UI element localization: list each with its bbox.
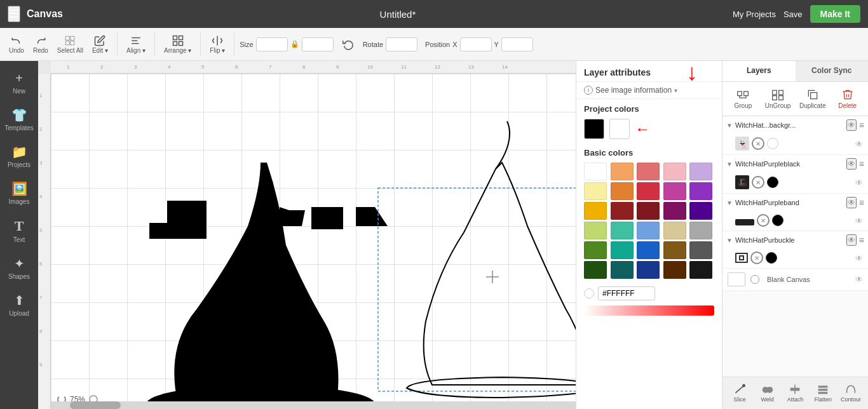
layer-band-visibility-button[interactable]: 👁: [846, 197, 857, 208]
image-info-row[interactable]: i See image information ▾: [576, 82, 722, 99]
sub-eye-icon[interactable]: 👁: [855, 138, 863, 149]
y-input[interactable]: [501, 37, 533, 51]
svg-rect-18: [738, 91, 742, 96]
slice-button[interactable]: Slice: [726, 381, 753, 405]
upload-icon: ⬆: [14, 293, 25, 308]
color-cell-17[interactable]: [637, 222, 660, 239]
layer-band-sub: ✕ 👁: [722, 211, 868, 231]
size-label: Size: [240, 41, 253, 48]
sub-eye-icon[interactable]: 👁: [855, 215, 863, 226]
delete-button[interactable]: Delete: [831, 86, 864, 112]
color-cell-6[interactable]: [611, 182, 634, 200]
color-cell-11[interactable]: [611, 202, 634, 220]
color-cell-3[interactable]: [663, 163, 686, 180]
tab-layers[interactable]: Layers: [722, 61, 796, 81]
sidebar-item-templates[interactable]: 👕 Templates: [3, 102, 36, 137]
color-panel: Layer attributes i See image information…: [576, 61, 722, 409]
make-it-button[interactable]: Make It: [810, 5, 860, 23]
flip-button[interactable]: Flip ▾: [206, 32, 229, 57]
layers-actions: Group UnGroup Duplicate Delete: [722, 82, 868, 116]
color-cell-29[interactable]: [689, 261, 712, 279]
sidebar-item-text[interactable]: T Text: [3, 213, 36, 248]
redo-button[interactable]: Redo: [29, 32, 52, 57]
sidebar-item-projects[interactable]: 📁 Projects: [3, 139, 36, 173]
save-button[interactable]: Save: [783, 10, 803, 19]
horizontal-scrollbar[interactable]: [51, 401, 576, 409]
layer-buckle-name: WitchHatPurbuckle: [735, 236, 844, 244]
color-cell-5[interactable]: [584, 182, 607, 200]
layer-buckle-menu-icon[interactable]: ≡: [859, 235, 864, 245]
project-color-white[interactable]: [609, 119, 630, 139]
width-input[interactable]: [256, 37, 288, 51]
sidebar-item-shapes[interactable]: ✦ Shapes: [3, 251, 36, 285]
hex-input[interactable]: [598, 286, 655, 300]
svg-rect-23: [779, 96, 783, 100]
layer-background-menu-icon[interactable]: ≡: [859, 120, 864, 130]
color-cell-20[interactable]: [584, 241, 607, 259]
x-input[interactable]: [460, 37, 492, 51]
arrange-button[interactable]: Arrange ▾: [160, 32, 195, 57]
svg-rect-8: [179, 36, 182, 39]
svg-rect-14: [311, 207, 343, 229]
color-cell-10[interactable]: [584, 202, 607, 220]
canvas-drawings: [38, 61, 576, 409]
edit-button[interactable]: Edit ▾: [88, 32, 112, 57]
sidebar-item-upload[interactable]: ⬆ Upload: [3, 288, 36, 322]
layer-band-menu-icon[interactable]: ≡: [859, 198, 864, 208]
gradient-bar[interactable]: [584, 305, 714, 316]
layer-background-visibility-button[interactable]: 👁: [846, 119, 857, 131]
tab-color-sync[interactable]: Color Sync: [796, 61, 869, 81]
canvas-area[interactable]: 1 2 3 4 5 6 7 8 9 10 11 12 13 14 1 2 3 4…: [38, 61, 576, 409]
color-cell-16[interactable]: [611, 222, 634, 239]
color-preview-circle: [584, 288, 594, 298]
my-projects-button[interactable]: My Projects: [733, 10, 776, 19]
ungroup-button[interactable]: UnGroup: [761, 86, 795, 112]
sidebar-item-images[interactable]: 🖼️ Images: [3, 176, 36, 210]
layer-black-visibility-button[interactable]: 👁: [846, 158, 857, 170]
project-color-black[interactable]: [584, 119, 604, 139]
sidebar-item-new[interactable]: + New: [3, 66, 36, 100]
color-cell-27[interactable]: [637, 261, 660, 279]
color-cell-9[interactable]: [689, 182, 712, 200]
rotate-input[interactable]: [386, 37, 417, 51]
color-cell-23[interactable]: [663, 241, 686, 259]
layer-buckle-visibility-button[interactable]: 👁: [846, 234, 857, 246]
group-button[interactable]: Group: [726, 86, 760, 112]
rotate-reset-button[interactable]: [339, 36, 358, 53]
flatten-button[interactable]: Flatten: [810, 381, 836, 405]
color-cell-14[interactable]: [689, 202, 712, 220]
color-cell-28[interactable]: [663, 261, 686, 279]
canvas-svg: [51, 74, 576, 409]
color-cell-21[interactable]: [611, 241, 634, 259]
color-cell-13[interactable]: [663, 202, 686, 220]
select-all-button[interactable]: Select All: [53, 32, 87, 57]
color-cell-2[interactable]: [637, 163, 660, 180]
color-cell-7[interactable]: [637, 182, 660, 200]
scrollbar-thumb[interactable]: [70, 401, 121, 409]
color-cell-8[interactable]: [663, 182, 686, 200]
color-cell-25[interactable]: [584, 261, 607, 279]
sub-eye-icon[interactable]: 👁: [855, 252, 863, 264]
color-cell-12[interactable]: [637, 202, 660, 220]
color-cell-22[interactable]: [637, 241, 660, 259]
color-cell-1[interactable]: [611, 163, 634, 180]
blank-canvas-visibility-icon[interactable]: 👁: [855, 275, 863, 284]
color-grid: [576, 160, 722, 284]
height-input[interactable]: [302, 37, 334, 51]
color-cell-15[interactable]: [584, 222, 607, 239]
sub-eye-icon[interactable]: 👁: [855, 177, 863, 188]
undo-button[interactable]: Undo: [5, 32, 28, 57]
color-cell-0[interactable]: [584, 163, 607, 180]
duplicate-button[interactable]: Duplicate: [796, 86, 830, 112]
align-button[interactable]: Align ▾: [123, 32, 149, 57]
hamburger-menu-button[interactable]: ☰: [8, 6, 20, 22]
color-cell-26[interactable]: [611, 261, 634, 279]
contour-button[interactable]: Contour: [837, 381, 864, 405]
color-cell-18[interactable]: [663, 222, 686, 239]
color-cell-24[interactable]: [689, 241, 712, 259]
color-cell-19[interactable]: [689, 222, 712, 239]
weld-button[interactable]: Weld: [754, 381, 781, 405]
color-cell-4[interactable]: [689, 163, 712, 180]
layer-black-menu-icon[interactable]: ≡: [859, 159, 864, 169]
attach-button[interactable]: Attach: [782, 381, 809, 405]
